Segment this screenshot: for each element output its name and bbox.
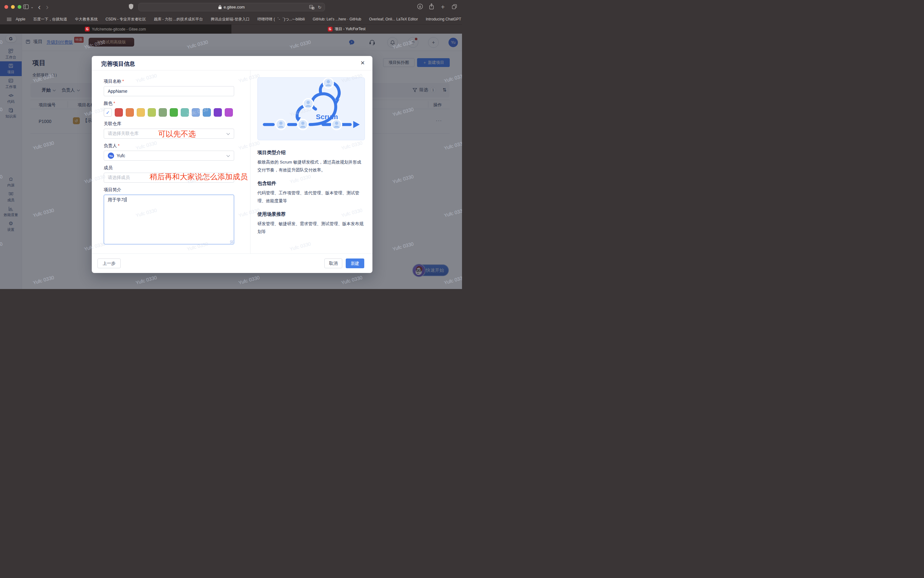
color-swatch-selected[interactable]: ✓	[104, 108, 112, 117]
repo-label: 关联仓库	[104, 121, 234, 127]
color-swatch[interactable]	[148, 108, 156, 117]
bookmark-item[interactable]: Introducing ChatGPT	[426, 17, 461, 21]
zoom-window-button[interactable]	[18, 5, 21, 9]
description-label: 项目简介	[104, 187, 234, 193]
bookmarks-bar: Apple百度一下，你就知道中大教务系统CSDN - 专业开发者社区题库 - 力…	[0, 14, 462, 24]
bookmark-item[interactable]: 腾讯企业邮箱-登录入口	[210, 17, 249, 22]
modal-close-icon[interactable]: ✕	[361, 60, 365, 67]
color-swatch[interactable]	[203, 108, 211, 117]
members-input[interactable]: 请选择成员	[104, 173, 234, 183]
color-swatch[interactable]	[159, 108, 167, 117]
scrum-label: Scrum	[316, 113, 338, 121]
members-label: 成员	[104, 165, 234, 171]
modal-title: 完善项目信息	[101, 60, 135, 68]
gitee-favicon: G	[85, 27, 89, 31]
bookmark-item[interactable]: 百度一下，你就知道	[33, 17, 67, 22]
close-window-button[interactable]	[5, 5, 8, 9]
resize-grip[interactable]	[230, 240, 233, 244]
traffic-lights	[5, 5, 21, 9]
bookmarks-grid-icon[interactable]	[7, 18, 11, 21]
info-section: 使用场景推荐 研发管理、敏捷研发、需求管理、测试管理、版本发布规划等	[257, 211, 364, 236]
chevron-down-icon	[226, 133, 230, 135]
bookmark-item[interactable]: Apple	[16, 17, 26, 21]
privacy-shield-icon[interactable]	[129, 4, 133, 10]
lock-icon	[218, 5, 222, 9]
project-name-input[interactable]: AppName	[104, 86, 234, 96]
color-swatch[interactable]	[137, 108, 145, 117]
address-bar[interactable]: e.gitee.com A 文 ↻	[138, 3, 325, 11]
scrum-illustration: Scrum	[257, 77, 365, 140]
back-button[interactable]: ‹	[38, 3, 40, 10]
color-swatch[interactable]	[214, 108, 222, 117]
downloads-icon[interactable]	[417, 3, 423, 10]
bookmark-item[interactable]: GitHub: Let's ...here · GitHub	[313, 17, 361, 21]
cancel-button[interactable]: 取消	[324, 258, 342, 268]
tab-project-yufcfortest[interactable]: G 项目 - YufcForTest	[231, 24, 462, 34]
tab-group-chevron-icon[interactable]: ⌄	[31, 5, 34, 9]
tab-overview-icon[interactable]	[451, 3, 458, 10]
web-content: G 工作台 项目	[0, 34, 462, 289]
project-form: 项目名称* AppName 颜色* ✓ 关联仓库 请选择关联仓库	[92, 70, 250, 253]
tab-bar: G Yufc/remote-gitcode - Gitee.com G 项目 -…	[0, 24, 462, 34]
color-label: 颜色*	[104, 101, 234, 106]
color-swatch[interactable]	[170, 108, 178, 117]
owner-label: 负责人*	[104, 143, 234, 149]
color-swatch[interactable]	[181, 108, 189, 117]
repo-select[interactable]: 请选择关联仓库	[104, 128, 234, 139]
chevron-down-icon	[226, 155, 230, 157]
translate-icon[interactable]: A 文	[309, 5, 315, 10]
browser-toolbar: ⌄ ‹ › e.gitee.com A 文 ↻	[0, 0, 462, 14]
tab-title: Yufc/remote-gitcode - Gitee.com	[92, 27, 146, 31]
svg-text:文: 文	[312, 7, 315, 9]
text-caret	[126, 197, 126, 202]
sidebar-toggle-icon[interactable]	[23, 4, 29, 10]
name-label: 项目名称*	[104, 79, 234, 84]
info-section: 项目类型介绍 极致高效的 Scrum 敏捷研发模式，通过高效规划并形成交付节奏，…	[257, 150, 364, 174]
new-tab-icon[interactable]: ＋	[440, 4, 446, 10]
bookmark-item[interactable]: CSDN - 专业开发者社区	[105, 17, 146, 22]
tab-title: 项目 - YufcForTest	[335, 26, 366, 32]
previous-step-button[interactable]: 上一步	[97, 258, 121, 268]
tab-remote-gitcode[interactable]: G Yufc/remote-gitcode - Gitee.com	[0, 24, 231, 34]
bookmark-item[interactable]: 哔哩哔哩 (゜-゜)つ...~-bilibili	[257, 17, 305, 22]
gitee-favicon: G	[328, 27, 333, 31]
create-button[interactable]: 新建	[346, 258, 364, 268]
color-swatch[interactable]	[126, 108, 134, 117]
forward-button[interactable]: ›	[46, 3, 49, 10]
minimize-window-button[interactable]	[11, 5, 15, 9]
color-swatch[interactable]	[225, 108, 233, 117]
bookmark-item[interactable]: 题库 - 力扣 ...的技术成长平台	[154, 17, 203, 22]
url-text: e.gitee.com	[223, 5, 244, 10]
color-swatch[interactable]	[115, 108, 123, 117]
owner-select[interactable]: Yu Yufc	[104, 151, 234, 161]
info-section: 包含组件 代码管理、工作项管理、迭代管理、版本管理、测试管理、效能度量等	[257, 180, 364, 205]
bookmark-item[interactable]: Overleaf, Onli... LaTeX Editor	[369, 17, 417, 21]
create-project-modal: 完善项目信息 ✕ 项目名称* AppName 颜色* ✓ 关联仓库 请	[92, 56, 372, 273]
reload-icon[interactable]: ↻	[318, 5, 322, 10]
share-icon[interactable]	[429, 3, 434, 10]
modal-footer: 上一步 取消 新建	[92, 253, 372, 273]
color-swatch[interactable]	[192, 108, 200, 117]
bookmark-item[interactable]: 中大教务系统	[75, 17, 98, 22]
description-textarea[interactable]: 用于学习	[104, 195, 234, 244]
owner-avatar: Yu	[108, 153, 114, 159]
project-type-panel: Scrum 项目类型介绍 极致高效的 Scrum 敏捷研发模式，通过高效规划并形…	[250, 70, 372, 253]
